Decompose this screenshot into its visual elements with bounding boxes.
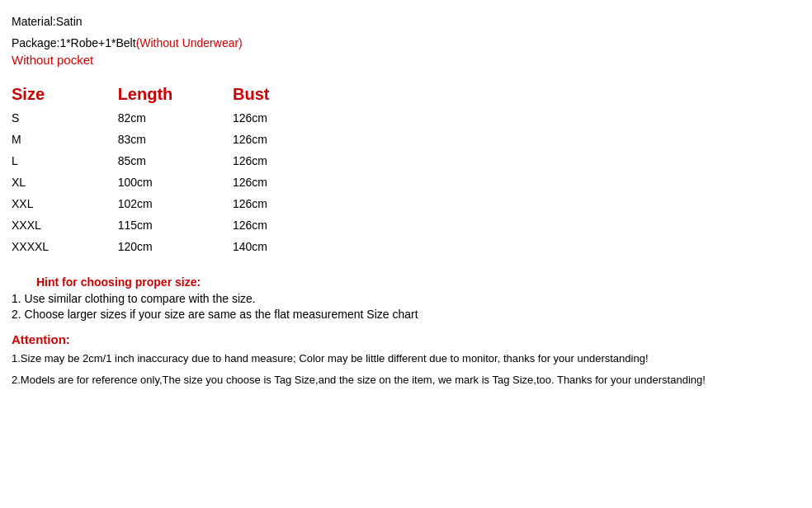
hint-title: Hint for choosing proper size:	[36, 275, 800, 289]
table-cell: 126cm	[233, 129, 325, 150]
size-table: Size Length Bust S82cm126cmM83cm126cmL85…	[12, 82, 325, 257]
table-row: XL100cm126cm	[12, 172, 325, 193]
table-cell: 85cm	[118, 150, 233, 172]
table-cell: M	[12, 129, 118, 150]
table-cell: 83cm	[118, 129, 233, 150]
package-line: Package:1*Robe+1*Belt(Without Underwear)	[12, 36, 800, 49]
table-cell: 140cm	[233, 236, 325, 257]
table-row: XXXL115cm126cm	[12, 214, 325, 236]
table-cell: 126cm	[233, 193, 325, 214]
table-cell: XL	[12, 172, 118, 193]
material-value: Satin	[56, 15, 83, 28]
table-cell: 126cm	[233, 214, 325, 236]
header-bust: Bust	[233, 82, 325, 107]
table-cell: 126cm	[233, 172, 325, 193]
table-cell: 102cm	[118, 193, 233, 214]
table-row: L85cm126cm	[12, 150, 325, 172]
header-size: Size	[12, 82, 118, 107]
table-row: M83cm126cm	[12, 129, 325, 150]
table-cell: 82cm	[118, 107, 233, 129]
table-cell: XXXXL	[12, 236, 118, 257]
table-header-row: Size Length Bust	[12, 82, 325, 107]
table-cell: 115cm	[118, 214, 233, 236]
hint-item: 2. Choose larger sizes if your size are …	[12, 308, 800, 321]
package-label: Package:	[12, 36, 59, 49]
material-label: Material:	[12, 15, 56, 28]
table-cell: 100cm	[118, 172, 233, 193]
package-suffix-red: (Without Underwear)	[136, 36, 243, 49]
material-line: Material:Satin	[12, 15, 800, 28]
attention-title: Attention:	[12, 332, 800, 346]
table-cell: 126cm	[233, 107, 325, 129]
table-cell: 126cm	[233, 150, 325, 172]
without-pocket-text: Without pocket	[12, 53, 800, 67]
table-row: XXL102cm126cm	[12, 193, 325, 214]
hint-item: 1. Use similar clothing to compare with …	[12, 292, 800, 305]
table-row: XXXXL120cm140cm	[12, 236, 325, 257]
table-cell: 120cm	[118, 236, 233, 257]
attention-section: Attention: 1.Size may be 2cm/1 inch inac…	[12, 332, 800, 388]
table-cell: L	[12, 150, 118, 172]
table-cell: XXL	[12, 193, 118, 214]
hint-section: Hint for choosing proper size: 1. Use si…	[12, 275, 800, 321]
package-prefix: 1*Robe+1*Belt	[59, 36, 135, 49]
header-length: Length	[118, 82, 233, 107]
table-cell: S	[12, 107, 118, 129]
attention-item: 2.Models are for reference only,The size…	[12, 372, 800, 388]
table-cell: XXXL	[12, 214, 118, 236]
attention-item: 1.Size may be 2cm/1 inch inaccuracy due …	[12, 350, 800, 367]
table-row: S82cm126cm	[12, 107, 325, 129]
